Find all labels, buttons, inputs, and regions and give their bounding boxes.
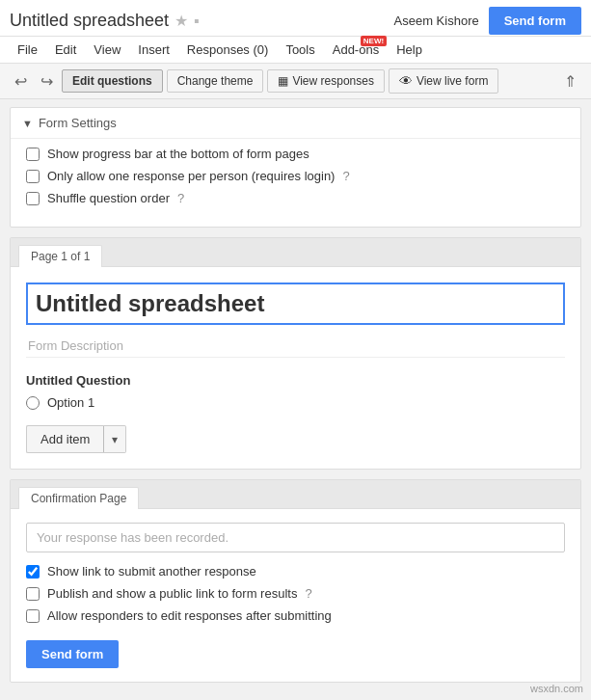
- title-left: Untitled spreadsheet ★ ▪: [10, 11, 200, 31]
- collapse-button[interactable]: ⇑: [559, 69, 581, 94]
- radio-label: Option 1: [47, 395, 94, 410]
- form-settings-card: ▼ Form Settings Show progress bar at the…: [10, 107, 581, 228]
- form-settings-arrow: ▼: [22, 118, 33, 129]
- radio-input[interactable]: [26, 396, 40, 410]
- confirmation-body: Show link to submit another response Pub…: [11, 508, 580, 682]
- user-name: Aseem Kishore: [394, 13, 479, 28]
- send-form-bottom-button[interactable]: Send form: [26, 640, 119, 668]
- help-icon-conf-1[interactable]: ?: [305, 586, 311, 601]
- title-bar: Untitled spreadsheet ★ ▪ Aseem Kishore S…: [0, 0, 591, 37]
- help-icon-2[interactable]: ?: [177, 191, 184, 205]
- page-card: Page 1 of 1 Form Description Untitled Qu…: [10, 237, 581, 470]
- confirmation-checkbox-row-0: Show link to submit another response: [26, 564, 565, 579]
- confirmation-tab: Confirmation Page: [18, 487, 139, 509]
- toolbar: ↩ ↪ Edit questions Change theme ▦ View r…: [0, 64, 591, 99]
- form-settings-body: Show progress bar at the bottom of form …: [11, 138, 580, 227]
- settings-checkbox-2[interactable]: [26, 192, 40, 205]
- view-live-form-button[interactable]: 👁 View live form: [389, 68, 498, 94]
- app-title: Untitled spreadsheet: [10, 11, 169, 31]
- add-item-dropdown[interactable]: ▾: [103, 425, 126, 453]
- settings-checkbox-0[interactable]: [26, 148, 40, 161]
- confirmation-label-0: Show link to submit another response: [47, 564, 256, 579]
- question-section: Untitled Question Option 1: [26, 373, 565, 410]
- menu-bar: File Edit View Insert Responses (0) Tool…: [0, 37, 591, 64]
- settings-checkbox-row-1: Only allow one response per person (requ…: [26, 169, 565, 183]
- confirmation-card: Confirmation Page Show link to submit an…: [10, 479, 581, 683]
- settings-checkbox-row-2: Shuffle question order ?: [26, 191, 565, 205]
- confirmation-checkbox-row-1: Publish and show a public link to form r…: [26, 586, 565, 601]
- new-badge: NEW!: [361, 36, 387, 46]
- form-description[interactable]: Form Description: [26, 335, 565, 358]
- help-icon-1[interactable]: ?: [342, 169, 349, 183]
- watermark: wsxdn.com: [530, 683, 583, 694]
- menu-insert[interactable]: Insert: [130, 40, 177, 60]
- question-title: Untitled Question: [26, 373, 565, 388]
- settings-checkbox-1[interactable]: [26, 170, 40, 183]
- view-responses-label: View responses: [292, 74, 374, 88]
- settings-label-2: Shuffle question order: [47, 191, 170, 205]
- menu-responses[interactable]: Responses (0): [179, 40, 277, 60]
- title-right: Aseem Kishore Send form: [394, 7, 581, 35]
- edit-questions-button[interactable]: Edit questions: [62, 69, 163, 93]
- confirmation-checkbox-1[interactable]: [26, 587, 40, 601]
- settings-label-1: Only allow one response per person (requ…: [47, 169, 335, 183]
- folder-icon[interactable]: ▪: [194, 13, 200, 30]
- radio-option: Option 1: [26, 395, 565, 410]
- confirmation-label-2: Allow responders to edit responses after…: [47, 608, 332, 623]
- undo-button[interactable]: ↩: [10, 69, 32, 94]
- confirmation-checkbox-0[interactable]: [26, 565, 40, 579]
- view-responses-icon: ▦: [278, 74, 288, 88]
- form-settings-header[interactable]: ▼ Form Settings: [11, 108, 580, 138]
- menu-view[interactable]: View: [86, 40, 128, 60]
- page-tab: Page 1 of 1: [18, 245, 102, 267]
- page-card-body: Form Description Untitled Question Optio…: [11, 266, 580, 469]
- confirmation-input[interactable]: [26, 523, 565, 552]
- form-title-input[interactable]: [26, 283, 565, 325]
- add-item-button[interactable]: Add item: [26, 425, 103, 453]
- redo-button[interactable]: ↪: [36, 69, 58, 94]
- add-item-area: Add item ▾: [26, 425, 565, 453]
- settings-checkbox-row-0: Show progress bar at the bottom of form …: [26, 147, 565, 161]
- menu-file[interactable]: File: [10, 40, 45, 60]
- confirmation-checkbox-2[interactable]: [26, 609, 40, 623]
- view-live-form-icon: 👁: [399, 73, 413, 89]
- menu-help[interactable]: Help: [389, 40, 430, 60]
- confirmation-label-1: Publish and show a public link to form r…: [47, 586, 297, 601]
- confirmation-checkbox-row-2: Allow responders to edit responses after…: [26, 608, 565, 623]
- view-live-form-label: View live form: [416, 74, 488, 88]
- menu-edit[interactable]: Edit: [47, 40, 84, 60]
- view-responses-button[interactable]: ▦ View responses: [267, 69, 385, 93]
- form-settings-label: Form Settings: [39, 116, 117, 130]
- menu-tools[interactable]: Tools: [278, 40, 322, 60]
- send-form-button[interactable]: Send form: [489, 7, 581, 35]
- menu-addons[interactable]: Add-onsNEW!: [325, 40, 387, 60]
- star-icon[interactable]: ★: [175, 12, 188, 30]
- settings-label-0: Show progress bar at the bottom of form …: [47, 147, 309, 161]
- change-theme-button[interactable]: Change theme: [167, 69, 264, 93]
- main-content: ▼ Form Settings Show progress bar at the…: [0, 99, 591, 700]
